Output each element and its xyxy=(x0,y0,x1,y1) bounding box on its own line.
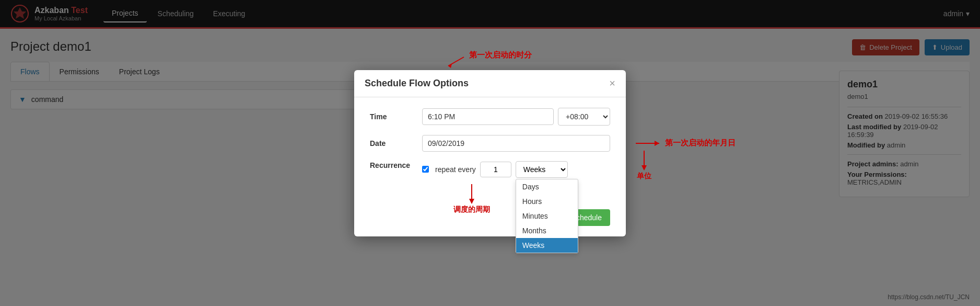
annotation-time-text: 第一次启动的时分 xyxy=(469,50,532,60)
dropdown-hours[interactable]: Hours xyxy=(516,194,578,209)
time-row: Time +08:00 xyxy=(370,108,610,126)
repeat-number-input[interactable] xyxy=(480,162,511,177)
schedule-flow-modal: 第一次启动的时分 Schedule Flow Options × Time +0… xyxy=(354,70,626,236)
timezone-select[interactable]: +08:00 xyxy=(558,108,610,126)
annotation-time: 第一次启动的时分 xyxy=(469,50,532,60)
repeat-unit-wrapper: Days Hours Minutes Months Weeks Days Hou… xyxy=(516,161,568,178)
svg-marker-6 xyxy=(469,199,474,204)
recurrence-dropdown: Days Hours Minutes Months Weeks xyxy=(516,179,578,253)
dropdown-weeks[interactable]: Weeks xyxy=(516,238,578,253)
annotation-date-text: 第一次启动的年月日 xyxy=(665,138,736,148)
time-input[interactable] xyxy=(422,108,554,125)
annotation-unit: 单位 xyxy=(636,151,652,181)
dropdown-days[interactable]: Days xyxy=(516,179,578,194)
modal-close-button[interactable]: × xyxy=(609,78,615,88)
modal-overlay: 第一次启动的时分 Schedule Flow Options × Time +0… xyxy=(0,0,980,306)
recurrence-controls: repeat every Days Hours Minutes Months W… xyxy=(422,161,568,178)
modal-body: Time +08:00 Date 第一次启动的年月日 xyxy=(354,97,626,236)
repeat-unit-select[interactable]: Days Hours Minutes Months Weeks xyxy=(516,161,568,178)
svg-marker-4 xyxy=(655,141,659,146)
svg-marker-8 xyxy=(641,165,647,171)
repeat-every-label: repeat every xyxy=(435,165,476,174)
date-row: Date 第一次启动的年月日 xyxy=(370,135,610,152)
modal-header: Schedule Flow Options × xyxy=(354,70,626,97)
modal-title: Schedule Flow Options xyxy=(365,78,469,89)
repeat-checkbox[interactable] xyxy=(422,166,429,173)
date-input[interactable] xyxy=(422,135,610,152)
date-label: Date xyxy=(370,139,422,148)
dropdown-minutes[interactable]: Minutes xyxy=(516,209,578,223)
recurrence-row: Recurrence repeat every Days Hours Minut… xyxy=(370,161,610,178)
time-label: Time xyxy=(370,112,422,121)
annotation-unit-text: 单位 xyxy=(637,172,651,181)
annotation-date: 第一次启动的年月日 xyxy=(636,138,736,149)
recurrence-label: Recurrence xyxy=(370,161,422,169)
dropdown-months[interactable]: Months xyxy=(516,223,578,238)
